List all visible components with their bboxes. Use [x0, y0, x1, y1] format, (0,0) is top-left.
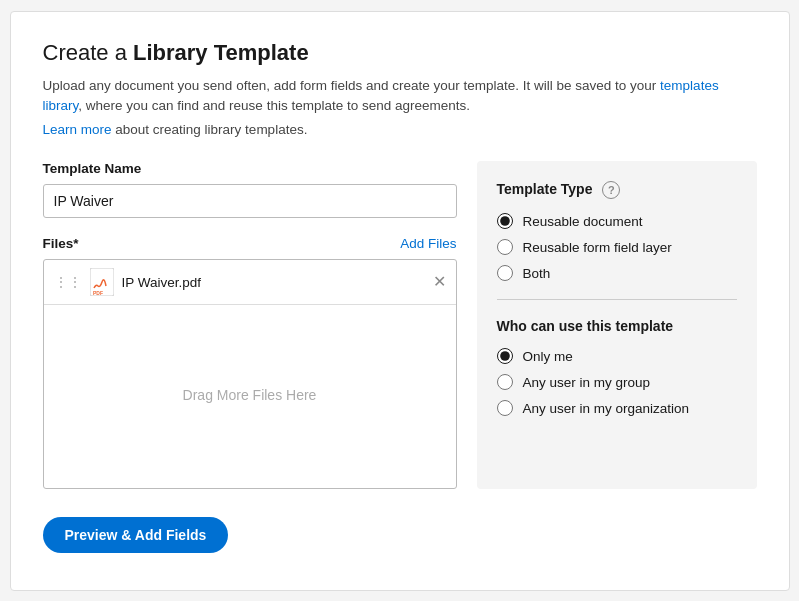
radio-reusable-form-label: Reusable form field layer: [523, 240, 672, 255]
description-text: Upload any document you send often, add …: [43, 76, 757, 117]
file-item: ⋮⋮ PDF IP Waiver.pdf ✕: [44, 260, 456, 305]
radio-only-me[interactable]: Only me: [497, 348, 737, 364]
radio-reusable-form-input[interactable]: [497, 239, 513, 255]
radio-reusable-doc-label: Reusable document: [523, 214, 643, 229]
who-can-use-title: Who can use this template: [497, 318, 737, 334]
radio-both-input[interactable]: [497, 265, 513, 281]
drag-handle-icon[interactable]: ⋮⋮: [54, 274, 82, 290]
template-type-title: Template Type ?: [497, 181, 737, 199]
right-panel: Template Type ? Reusable document Reusab…: [477, 161, 757, 489]
preview-add-fields-button[interactable]: Preview & Add Fields: [43, 517, 229, 553]
who-can-use-radio-group: Only me Any user in my group Any user in…: [497, 348, 737, 416]
help-icon[interactable]: ?: [602, 181, 620, 199]
template-name-label: Template Name: [43, 161, 457, 176]
files-label: Files*: [43, 236, 79, 251]
file-remove-button[interactable]: ✕: [433, 274, 446, 290]
radio-only-me-input[interactable]: [497, 348, 513, 364]
file-name-text: IP Waiver.pdf: [122, 275, 425, 290]
radio-any-group[interactable]: Any user in my group: [497, 374, 737, 390]
left-panel: Template Name Files* Add Files ⋮⋮: [43, 161, 457, 489]
radio-both-label: Both: [523, 266, 551, 281]
learn-more-link[interactable]: Learn more: [43, 122, 112, 137]
radio-any-org-input[interactable]: [497, 400, 513, 416]
files-header: Files* Add Files: [43, 236, 457, 251]
radio-any-org[interactable]: Any user in my organization: [497, 400, 737, 416]
learn-more-text: Learn more about creating library templa…: [43, 122, 757, 137]
svg-text:PDF: PDF: [93, 290, 103, 296]
drag-drop-area: Drag More Files Here: [44, 305, 456, 485]
radio-any-group-input[interactable]: [497, 374, 513, 390]
add-files-link[interactable]: Add Files: [400, 236, 456, 251]
files-box: ⋮⋮ PDF IP Waiver.pdf ✕ Drag More Files H…: [43, 259, 457, 489]
main-content: Template Name Files* Add Files ⋮⋮: [43, 161, 757, 489]
pdf-icon: PDF: [90, 268, 114, 296]
radio-both[interactable]: Both: [497, 265, 737, 281]
footer: Preview & Add Fields: [43, 517, 757, 553]
radio-only-me-label: Only me: [523, 349, 573, 364]
main-container: Create a Library Template Upload any doc…: [10, 11, 790, 591]
drag-drop-text: Drag More Files Here: [183, 387, 317, 403]
radio-reusable-doc[interactable]: Reusable document: [497, 213, 737, 229]
radio-any-group-label: Any user in my group: [523, 375, 651, 390]
radio-any-org-label: Any user in my organization: [523, 401, 690, 416]
radio-reusable-doc-input[interactable]: [497, 213, 513, 229]
page-title: Create a Library Template: [43, 40, 757, 66]
template-type-radio-group: Reusable document Reusable form field la…: [497, 213, 737, 281]
section-divider: [497, 299, 737, 300]
template-name-input[interactable]: [43, 184, 457, 218]
radio-reusable-form[interactable]: Reusable form field layer: [497, 239, 737, 255]
